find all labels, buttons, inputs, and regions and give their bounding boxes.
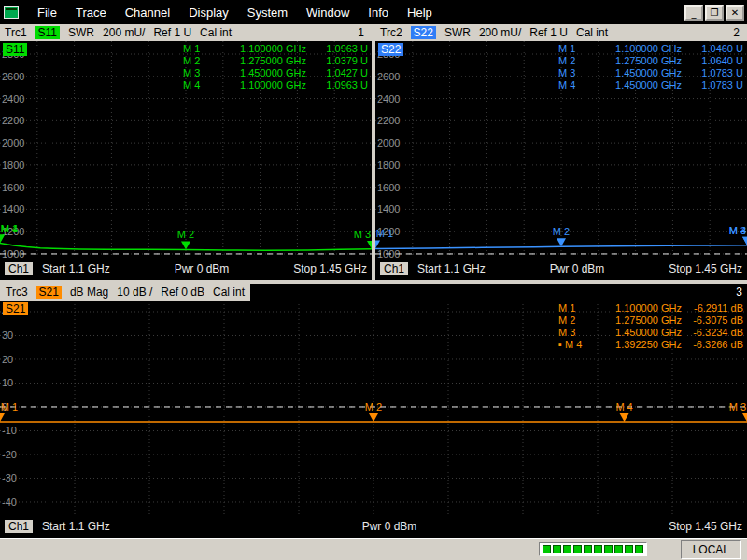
meas-param-chip[interactable]: S21 <box>36 286 62 299</box>
marker-name: M 2 <box>183 55 217 67</box>
marker-frequency: 1.450000 GHz <box>592 67 682 79</box>
trace-format-label: SWR <box>68 26 94 39</box>
sweep-start-label: Start 1.1 GHz <box>417 262 486 275</box>
maximize-button[interactable]: ❐ <box>705 5 724 21</box>
trace-ref-label: Ref 1 U <box>529 26 568 39</box>
sweep-stop-label: Stop 1.45 GHz <box>293 262 367 275</box>
svg-text:-40: -40 <box>2 497 17 508</box>
led-segment <box>543 545 551 553</box>
channel-footer-3: Ch1 Start 1.1 GHz Pwr 0 dBm Stop 1.45 GH… <box>0 515 747 538</box>
marker-value: 1.0460 U <box>682 43 743 55</box>
trace-name-label[interactable]: Trc1 <box>5 26 27 39</box>
marker-frequency: 1.100000 GHz <box>592 43 682 55</box>
marker-readout-row: M 1 1.100000 GHz 1.0963 U <box>183 43 368 55</box>
svg-text:-30: -30 <box>2 472 17 483</box>
led-segment <box>553 545 561 553</box>
led-segment <box>594 545 602 553</box>
marker-frequency: 1.275000 GHz <box>592 315 682 327</box>
marker-readout-row: ▪ M 4 1.392250 GHz -6.3266 dB <box>558 339 743 351</box>
led-segment <box>614 545 623 553</box>
trace-name-label[interactable]: Trc3 <box>6 286 28 299</box>
svg-text:30: 30 <box>2 329 13 341</box>
marker-m4[interactable] <box>620 413 629 422</box>
meas-param-chip[interactable]: S22 <box>411 26 436 39</box>
svg-text:20: 20 <box>2 354 13 365</box>
menu-item-info[interactable]: Info <box>359 6 398 20</box>
svg-text:1600: 1600 <box>2 182 24 193</box>
trace-scale-label: 200 mU/ <box>479 26 521 39</box>
led-segment <box>625 545 633 553</box>
svg-text:-20: -20 <box>2 449 17 460</box>
menu-item-channel[interactable]: Channel <box>116 6 179 20</box>
marker-value: 1.0640 U <box>682 55 743 67</box>
window-controls: _ ❐ ✕ <box>684 5 747 21</box>
marker-readout-row: M 2 1.275000 GHz 1.0640 U <box>558 55 743 67</box>
marker-frequency: 1.392250 GHz <box>592 339 682 351</box>
menu-item-window[interactable]: Window <box>297 6 359 20</box>
marker-name: M 1 <box>558 43 592 55</box>
marker-value: 1.0783 U <box>682 67 743 79</box>
marker-readout-2: M 1 1.100000 GHz 1.0460 U M 2 1.275000 G… <box>558 43 743 91</box>
minimize-button[interactable]: _ <box>684 5 703 21</box>
led-segment <box>584 545 592 553</box>
marker-label: M 2 <box>553 226 570 237</box>
channel-chip[interactable]: Ch1 <box>380 262 408 275</box>
marker-readout-row: M 3 1.450000 GHz -6.3234 dB <box>558 327 743 339</box>
marker-frequency: 1.450000 GHz <box>592 79 682 91</box>
marker-value: -6.3234 dB <box>682 327 743 339</box>
marker-label: M 2 <box>177 229 194 240</box>
cal-status-label: Cal int <box>200 26 232 39</box>
marker-label: M 1 <box>376 228 393 239</box>
close-button[interactable]: ✕ <box>726 5 744 21</box>
marker-name: M 4 <box>558 79 592 91</box>
inchart-trace-chip[interactable]: S22 <box>378 43 403 56</box>
svg-text:1000: 1000 <box>2 248 24 258</box>
power-label: Pwr 0 dBm <box>550 262 605 275</box>
channel-chip[interactable]: Ch1 <box>5 520 33 533</box>
diagram-number: 1 <box>358 26 367 39</box>
marker-m2[interactable] <box>557 238 566 246</box>
svg-text:1000: 1000 <box>377 248 400 258</box>
channel-chip[interactable]: Ch1 <box>5 262 33 275</box>
marker-readout-row: M 4 1.100000 GHz 1.0963 U <box>183 79 368 91</box>
marker-name: M 1 <box>183 43 217 55</box>
vna-application-window: File Trace Channel Display System Window… <box>0 0 747 560</box>
svg-text:2000: 2000 <box>377 137 400 148</box>
inchart-trace-chip[interactable]: S11 <box>3 43 27 56</box>
inchart-trace-chip[interactable]: S21 <box>3 302 28 315</box>
marker-name: M 3 <box>558 67 592 79</box>
marker-readout-row: M 1 1.100000 GHz -6.2911 dB <box>558 302 743 315</box>
channel-footer-2: Ch1 Start 1.1 GHz Pwr 0 dBm Stop 1.45 GH… <box>375 258 747 280</box>
marker-readout-row: M 1 1.100000 GHz 1.0460 U <box>558 43 743 55</box>
meas-param-chip[interactable]: S11 <box>35 26 60 39</box>
marker-m4[interactable] <box>742 237 747 245</box>
power-label: Pwr 0 dBm <box>362 520 417 533</box>
marker-readout-1: M 1 1.100000 GHz 1.0963 U M 2 1.275000 G… <box>183 43 368 91</box>
app-icon[interactable] <box>4 6 19 19</box>
menu-item-system[interactable]: System <box>238 6 297 20</box>
svg-text:2600: 2600 <box>377 71 400 82</box>
svg-text:2400: 2400 <box>2 93 24 105</box>
marker-label: M 4 <box>615 401 632 413</box>
menu-item-display[interactable]: Display <box>179 6 238 20</box>
marker-value: 1.0963 U <box>306 43 368 55</box>
trace-scale-label: 10 dB / <box>117 286 152 299</box>
top-diagram-row: Trc1 S11 SWR 200 mU/ Ref 1 U Cal int 1 2… <box>0 24 747 280</box>
trace-format-label: dB Mag <box>70 286 108 299</box>
marker-value: 1.0783 U <box>682 79 743 91</box>
marker-m3[interactable] <box>367 241 372 249</box>
menu-item-help[interactable]: Help <box>398 6 442 20</box>
trace-name-label[interactable]: Trc2 <box>380 26 402 39</box>
led-segment <box>635 545 643 553</box>
marker-m2[interactable] <box>181 241 190 249</box>
menu-item-trace[interactable]: Trace <box>66 6 116 20</box>
marker-m1[interactable] <box>0 413 5 422</box>
led-segment <box>573 545 582 553</box>
trace-header-3: Trc3 S21 dB Mag 10 dB / Ref 0 dB Cal int… <box>0 284 747 301</box>
marker-m2[interactable] <box>369 413 378 422</box>
menu-item-file[interactable]: File <box>28 6 66 20</box>
marker-value: -6.3266 dB <box>682 339 743 351</box>
marker-m3[interactable] <box>742 413 747 422</box>
marker-value: 1.0427 U <box>306 67 368 79</box>
chart-region-1: 2800260024002200200018001600140012001000… <box>0 41 372 258</box>
